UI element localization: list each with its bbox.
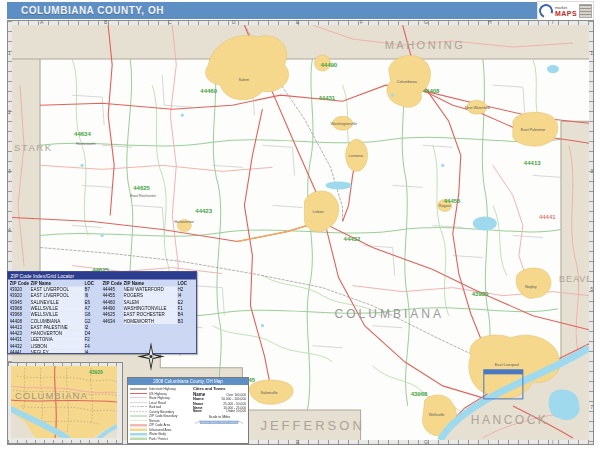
legend-swatch-interstate (130, 387, 147, 390)
brand-logo: market MAPS (537, 1, 594, 21)
map-page: COLUMBIANA COUNTY, OH market MAPS A B C … (0, 0, 600, 450)
legend-item-label: State Highway (149, 396, 170, 400)
legend-cities-column: Cities and Towns NameOver 100,000 Name50… (193, 387, 246, 441)
name-cell: HOMEWORTH (124, 318, 178, 324)
grid-row-label: 7 (590, 405, 593, 410)
label-jefferson: JEFFERSON (260, 418, 364, 433)
logo-text: market MAPS (555, 6, 577, 17)
zip-table-title: ZIP Code Index/Grid Locator (8, 272, 196, 280)
legend-swatch-urban-area (130, 428, 147, 431)
town-label: Salem (238, 78, 249, 82)
logo-swoosh-icon (537, 2, 556, 21)
zip-label: 44625 (133, 185, 150, 191)
title-banner: COLUMBIANA COUNTY, OH (7, 2, 543, 19)
city-class-range: 25,000 - 50,000 (223, 402, 246, 406)
legend-item-label: US Highway (149, 392, 167, 396)
legend-swatch-stream (130, 419, 147, 422)
town-label: Leetonia (349, 154, 364, 158)
compass-rose-icon (136, 341, 166, 373)
legend-item-label: Stream (149, 419, 159, 423)
zip-table-left-column: ZIP CodeZIP NameLOC 43920EAST LIVERPOOLB… (10, 280, 99, 354)
legend-item-label: ZIP Code Area (149, 423, 170, 427)
legend-item-label: County Boundary (149, 410, 174, 414)
grid-col-label: E (296, 440, 299, 445)
label-beaver: BEAVER (559, 274, 589, 284)
legend-item-label: Water Body (149, 432, 166, 436)
legend-item-label: Local Road (149, 401, 165, 405)
town-label: East Liverpool (495, 363, 519, 367)
city-class-sample: Name (193, 409, 202, 413)
zip-label: 44423 (195, 208, 212, 214)
grid-row-label: 3 (590, 169, 593, 174)
legend-item-label: Park / Forest (149, 437, 168, 441)
town-label: Salineville (260, 391, 277, 395)
grid-col-label: I (552, 440, 553, 445)
town-label: Homeworth (76, 142, 95, 146)
city-class-range: Under 10,000 (226, 409, 246, 413)
zip-label: 44634 (74, 131, 91, 137)
inset-city-map: 43920 COLUMBIANA (7, 362, 123, 444)
label-hancock: HANCOCK (471, 413, 549, 427)
inset-canvas: 43920 COLUMBIANA (11, 366, 117, 438)
legend-symbols-column: Interstate Highway US Highway State High… (130, 387, 189, 441)
zip-code-index-table: ZIP Code Index/Grid Locator ZIP CodeZIP … (7, 271, 197, 354)
legend-swatch-zip-area (130, 423, 147, 426)
scale-bar-label: Scale in Miles (193, 415, 246, 419)
west-point-lake (473, 216, 497, 230)
zip-label: 44408 (423, 88, 440, 94)
logo-name: MAPS (555, 10, 577, 17)
zip-label: 44431 (319, 95, 336, 101)
scale-bar (193, 419, 245, 425)
legend-swatch-park (130, 437, 147, 440)
grid-col-label: G (424, 440, 428, 445)
town-label: Columbiana (397, 80, 418, 84)
town-label: Washingtonville (331, 122, 357, 126)
zip-cell: 44634 (103, 318, 124, 324)
map-legend: 2008 Columbiana County, OH Map Interstat… (127, 377, 249, 444)
name-cell: NEGLEY (31, 349, 85, 354)
zip-cell: 44441 (10, 349, 31, 354)
town-label: East Rochester (130, 194, 157, 198)
zip-label: 44432 (344, 236, 361, 242)
legend-swatch-local-road (130, 401, 147, 404)
zip-label: 44490 (321, 62, 338, 68)
town-label: Negley (525, 285, 537, 289)
legend-swatch-state-highway (130, 396, 147, 399)
legend-item-label: ZIP Code Boundary (149, 414, 177, 418)
grid-row-label: 2 (8, 110, 11, 115)
inset-zip-label: 43920 (89, 369, 103, 375)
zip-label: 43968 (411, 391, 428, 397)
grid-row-label: 1 (8, 51, 11, 56)
legend-item-label: Urbanized Area (149, 428, 171, 432)
legend-swatch-us-highway (130, 392, 147, 395)
logo-map-thumbnail (579, 4, 592, 18)
town-label: East Palestine (521, 128, 545, 132)
county-name-label: COLUMBIANA (335, 307, 444, 321)
grid-row-label: 5 (590, 287, 593, 292)
zip-label: 44441 (539, 214, 556, 220)
legend-title: 2008 Columbiana County, OH Map (128, 378, 248, 385)
loc-cell: B3 (178, 318, 192, 324)
legend-item-label: Interstate Highway (149, 387, 176, 391)
legend-swatch-water (130, 432, 147, 435)
legend-swatch-railroad (130, 405, 147, 408)
grid-row-label: 1 (590, 51, 593, 56)
zip-label: 44460 (200, 88, 217, 94)
legend-swatch-zip-boundary (130, 414, 147, 417)
zip-label: 44413 (524, 160, 541, 166)
ruler-right (589, 21, 593, 442)
label-stark: STARK (14, 142, 52, 153)
zip-label: 43920 (472, 291, 489, 297)
legend-cities-title: Cities and Towns (193, 387, 246, 392)
guilford-lake (326, 181, 352, 189)
town-label: Hanoverton (174, 220, 194, 224)
town-label: Rogers (439, 204, 451, 208)
town-label: New Waterford (465, 106, 490, 110)
inset-city-label: COLUMBIANA (15, 390, 88, 401)
label-mahoning: MAHONING (385, 39, 466, 51)
inset-ruler-bottom (8, 440, 120, 443)
page-title: COLUMBIANA COUNTY, OH (7, 5, 164, 16)
city-class-range: Over 100,000 (226, 393, 246, 397)
legend-swatch-county-boundary (130, 410, 147, 413)
legend-item-label: Railroad (149, 405, 161, 409)
